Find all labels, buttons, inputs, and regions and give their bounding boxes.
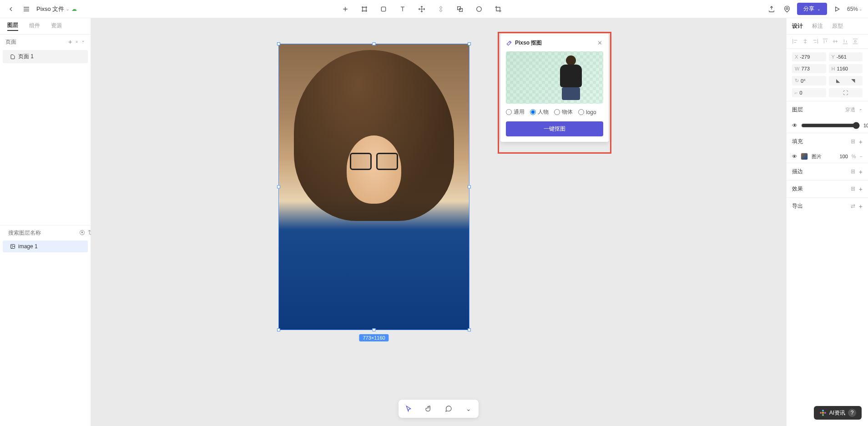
text-tool-icon[interactable] [397,4,408,15]
frame-tool-icon[interactable] [359,4,370,15]
topbar-right: 分享 ⌄ 65% ⌄ [766,3,863,15]
add-export-icon[interactable]: + [859,203,863,210]
search-input[interactable] [8,230,76,236]
export-icon[interactable] [766,4,777,15]
add-stroke-icon[interactable]: + [859,168,863,175]
style-icon[interactable]: ⊞ [851,138,855,145]
resize-handle[interactable] [373,42,376,45]
filter-icon[interactable]: ⦿ [79,229,85,236]
file-title[interactable]: Pixso 文件 ⌄ ☁ [36,5,77,13]
crop-tool-icon[interactable] [493,4,504,15]
visibility-icon[interactable]: 👁 [792,122,797,129]
mode-object[interactable]: 物体 [554,108,573,116]
resize-handle[interactable] [468,328,471,331]
folder-icon[interactable]: ▫ [76,38,78,45]
style-icon[interactable]: ⊞ [851,185,855,193]
align-bottom-icon[interactable] [842,38,848,45]
align-top-icon[interactable] [822,38,828,45]
layer-item[interactable]: image 1 [3,241,88,252]
location-icon[interactable] [782,4,792,15]
remove-fill-icon[interactable]: − [860,154,863,159]
mode-general[interactable]: 通用 [506,108,525,116]
page-item[interactable]: 页面 1 [3,50,88,63]
selected-image[interactable]: 773×1160 [278,44,469,330]
expand-radius-icon[interactable]: ⛶ [829,88,863,97]
tab-components[interactable]: 组件 [29,22,40,30]
document-icon [10,54,15,60]
flip-v-icon[interactable]: ◥ [851,78,855,84]
page-name: 页面 1 [18,53,34,60]
hand-tool-icon[interactable] [422,402,435,415]
pointer-tool-icon[interactable] [402,402,415,415]
tab-annotate[interactable]: 标注 [812,22,823,30]
align-center-v-icon[interactable] [832,38,838,45]
align-left-icon[interactable] [792,38,798,45]
tab-assets[interactable]: 资源 [51,22,62,30]
play-icon[interactable] [832,4,843,15]
style-icon[interactable]: ⊞ [851,168,855,175]
close-icon[interactable]: ✕ [596,40,603,47]
boolean-tool-icon[interactable] [454,4,465,15]
menu-icon[interactable] [21,4,32,15]
resize-handle[interactable] [277,42,280,45]
stroke-section: 描边 ⊞+ [787,163,868,180]
resize-handle[interactable] [277,328,280,331]
fill-item[interactable]: 👁 图片 100 % − [787,150,868,163]
h-field[interactable]: H1160 [829,64,863,73]
tab-design[interactable]: 设计 [792,22,803,30]
flip-h-icon[interactable]: ◣ [836,78,840,84]
back-icon[interactable] [5,4,16,15]
more-tools-icon[interactable]: ⌄ [462,402,475,415]
fill-opacity-value[interactable]: 100 [839,154,848,159]
top-toolbar: Pixso 文件 ⌄ ☁ 分享 ⌄ 65% ⌄ [0,0,868,18]
tab-layers[interactable]: 图层 [7,21,18,31]
share-button[interactable]: 分享 ⌄ [797,3,827,15]
add-page-icon[interactable]: + [68,38,72,45]
cloud-synced-icon: ☁ [71,6,77,12]
mode-person[interactable]: 人物 [530,108,549,116]
resize-handle[interactable] [468,42,471,45]
add-effect-icon[interactable]: + [859,185,863,193]
svg-point-4 [786,7,788,9]
fill-section-title: 填充 [792,138,803,145]
resize-handle[interactable] [373,328,376,331]
distribute-icon[interactable] [852,38,858,45]
opacity-slider[interactable] [801,122,860,129]
right-tabs: 设计 标注 原型 [787,18,868,35]
help-icon[interactable]: ? [848,409,856,417]
add-fill-icon[interactable]: + [859,138,863,145]
visibility-icon[interactable]: 👁 [792,154,797,159]
export-section-title: 导出 [792,202,803,210]
cutout-panel: Pixso 抠图 ✕ 通用 人物 物体 logo 一键抠图 [500,34,609,142]
move-tool-icon[interactable] [416,4,427,15]
svg-point-12 [824,412,826,414]
flip-field[interactable]: ◣◥ [829,76,863,85]
opacity-value[interactable]: 100 [863,123,868,128]
component-tool-icon[interactable] [435,4,446,15]
export-settings-icon[interactable]: ⇄ [851,203,855,210]
canvas[interactable]: 773×1160 ⌄ Pixso 抠图 ✕ [91,18,786,426]
corner-badge[interactable]: AI资讯 ? [814,406,862,420]
y-field[interactable]: Y-561 [829,52,863,61]
mode-logo[interactable]: logo [578,108,596,116]
shape-tool-icon[interactable] [378,4,389,15]
resize-handle[interactable] [277,185,280,189]
fill-swatch[interactable] [801,153,808,160]
x-field[interactable]: X-279 [792,52,826,61]
align-center-h-icon[interactable] [802,38,808,45]
cutout-action-button[interactable]: 一键抠图 [506,121,603,136]
radius-field[interactable]: ⌐0 [792,88,826,97]
flower-icon [819,409,827,416]
collapse-icon[interactable]: ⌄ [81,38,85,45]
ellipse-tool-icon[interactable] [474,4,484,15]
w-field[interactable]: W773 [792,64,826,73]
tab-prototype[interactable]: 原型 [832,22,843,30]
add-tool-icon[interactable] [340,4,351,15]
zoom-control[interactable]: 65% ⌄ [847,6,863,12]
comment-tool-icon[interactable] [442,402,455,415]
resize-handle[interactable] [468,185,471,189]
blend-mode-value[interactable]: 穿透 [845,106,855,113]
file-title-text: Pixso 文件 [36,5,64,13]
align-right-icon[interactable] [812,38,818,45]
rotation-field[interactable]: ↻0° [792,76,826,85]
